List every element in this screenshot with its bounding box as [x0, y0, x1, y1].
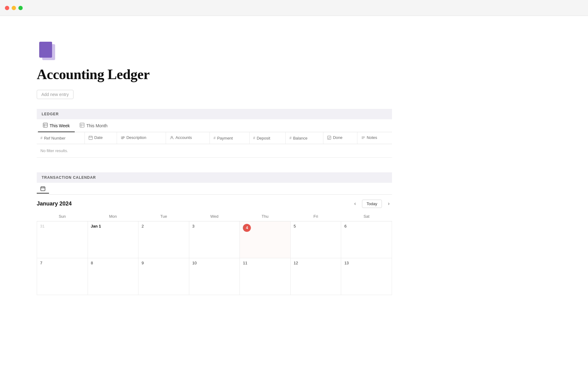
- hash-icon-balance: #: [289, 136, 292, 140]
- calendar-cell-w1-d2[interactable]: 9: [138, 258, 189, 295]
- calendar-day-number: 13: [344, 261, 349, 265]
- minimize-button[interactable]: [12, 6, 16, 10]
- calendar-cell-w0-d5[interactable]: 5: [290, 221, 341, 258]
- titlebar: [0, 0, 588, 16]
- calendar-day-number: Jan 1: [91, 224, 101, 228]
- checkbox-icon: [327, 136, 331, 140]
- calendar-day-number: 5: [294, 224, 296, 228]
- calendar-day-number: 8: [91, 261, 93, 265]
- calendar-month-title: January 2024: [37, 201, 72, 207]
- calendar-cell-w0-d0[interactable]: 31: [37, 221, 88, 258]
- svg-rect-2: [42, 42, 52, 58]
- calendar-tabs: [37, 183, 392, 195]
- cal-tab-month[interactable]: [37, 184, 49, 194]
- col-deposit[interactable]: # Deposit: [249, 132, 286, 144]
- calendar-cell-w0-d3[interactable]: 3: [189, 221, 240, 258]
- calendar-cell-w0-d4[interactable]: 4: [240, 221, 291, 258]
- calendar-grid: Sun Mon Tue Wed Thu Fri Sat 31Jan 123456…: [37, 212, 392, 295]
- calendar-day-number: 31: [40, 224, 44, 228]
- hash-icon-payment: #: [213, 136, 216, 140]
- calendar-day-number: 10: [192, 261, 197, 265]
- svg-point-18: [171, 136, 172, 138]
- col-description[interactable]: Description: [117, 132, 166, 144]
- calendar-day-number: 3: [192, 224, 194, 228]
- person-icon: [170, 136, 174, 140]
- cal-prev-button[interactable]: ‹: [352, 200, 358, 208]
- day-fri: Fri: [290, 212, 341, 221]
- ledger-table: # Ref Number Date: [37, 132, 392, 158]
- calendar-day-number: 12: [294, 261, 298, 265]
- calendar-cell-w1-d3[interactable]: 10: [189, 258, 240, 295]
- ledger-section-header: LEDGER: [37, 109, 392, 119]
- calendar-day-number: 11: [243, 261, 247, 265]
- description-icon: [121, 136, 125, 140]
- app-icon: [37, 40, 56, 60]
- day-sat: Sat: [341, 212, 392, 221]
- calendar-nav: ‹ Today ›: [352, 200, 392, 208]
- col-done[interactable]: Done: [323, 132, 357, 144]
- table-icon-2: [80, 123, 85, 128]
- calendar-header: January 2024 ‹ Today ›: [37, 195, 392, 212]
- close-button[interactable]: [5, 6, 9, 10]
- calendar-cell-w0-d2[interactable]: 2: [138, 221, 189, 258]
- maximize-button[interactable]: [18, 6, 23, 10]
- hash-icon-ref: #: [40, 136, 43, 140]
- tab-this-month-label: This Month: [86, 123, 107, 128]
- ledger-section: LEDGER This Week: [37, 109, 392, 158]
- day-mon: Mon: [88, 212, 138, 221]
- notes-icon: [361, 136, 365, 140]
- calendar-cell-w1-d1[interactable]: 8: [88, 258, 138, 295]
- calendar-icon: [89, 136, 93, 140]
- svg-rect-7: [80, 123, 84, 127]
- hash-icon-deposit: #: [253, 136, 255, 140]
- svg-rect-11: [89, 136, 92, 140]
- ledger-tabs: This Week This Month: [37, 119, 392, 132]
- calendar-days-header: Sun Mon Tue Wed Thu Fri Sat: [37, 212, 392, 221]
- table-icon: [43, 123, 48, 128]
- calendar-cell-w1-d5[interactable]: 12: [290, 258, 341, 295]
- calendar-cell-w0-d1[interactable]: Jan 1: [88, 221, 138, 258]
- col-balance[interactable]: # Balance: [286, 132, 323, 144]
- svg-rect-19: [328, 136, 331, 139]
- calendar-day-number: 7: [40, 261, 42, 265]
- calendar-cell-w0-d6[interactable]: 6: [341, 221, 392, 258]
- day-sun: Sun: [37, 212, 88, 221]
- calendar-view-icon: [40, 186, 45, 191]
- calendar-day-number: 9: [141, 261, 144, 265]
- day-thu: Thu: [240, 212, 291, 221]
- main-content: Accounting Ledger Add new entry LEDGER T…: [0, 16, 429, 313]
- calendar-day-number: 4: [243, 224, 251, 232]
- page-title: Accounting Ledger: [37, 66, 392, 82]
- col-payment[interactable]: # Payment: [210, 132, 249, 144]
- cal-today-button[interactable]: Today: [362, 200, 382, 208]
- col-ref-number[interactable]: # Ref Number: [37, 132, 85, 144]
- calendar-day-number: 2: [141, 224, 144, 228]
- col-notes[interactable]: Notes: [357, 132, 392, 144]
- col-date[interactable]: Date: [85, 132, 117, 144]
- tab-this-week[interactable]: This Week: [38, 120, 75, 132]
- calendar-cell-w1-d6[interactable]: 13: [341, 258, 392, 295]
- calendar-section: TRANSACTION CALENDAR January 2024 ‹ Toda…: [37, 172, 392, 295]
- add-entry-button[interactable]: Add new entry: [37, 90, 74, 99]
- svg-rect-23: [41, 187, 45, 191]
- col-accounts[interactable]: Accounts: [166, 132, 209, 144]
- tab-this-week-label: This Week: [50, 123, 70, 128]
- day-wed: Wed: [189, 212, 240, 221]
- day-tue: Tue: [138, 212, 189, 221]
- svg-rect-3: [43, 123, 47, 127]
- cal-next-button[interactable]: ›: [386, 200, 392, 208]
- calendar-cell-w1-d0[interactable]: 7: [37, 258, 88, 295]
- calendar-cell-w1-d4[interactable]: 11: [240, 258, 291, 295]
- calendar-week-0: 31Jan 123456: [37, 221, 392, 258]
- no-filter-row: No filter results.: [37, 144, 392, 157]
- calendar-day-number: 6: [344, 224, 346, 228]
- tab-this-month[interactable]: This Month: [75, 120, 112, 132]
- calendar-section-header: TRANSACTION CALENDAR: [37, 172, 392, 183]
- calendar-week-1: 78910111213: [37, 258, 392, 295]
